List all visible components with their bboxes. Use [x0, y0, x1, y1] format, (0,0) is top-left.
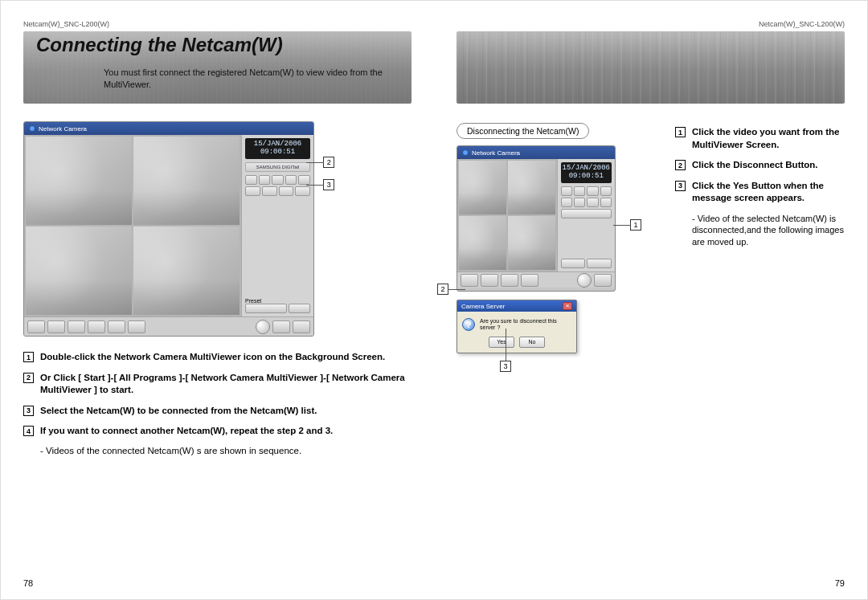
lcd-time: 09:00:51: [247, 149, 309, 157]
ptz-button[interactable]: [574, 186, 585, 196]
ptz-button[interactable]: [245, 186, 260, 196]
page-title: Connecting the Netcam(W): [36, 34, 283, 56]
dialog-buttons: Yes No: [457, 335, 576, 353]
video-cell[interactable]: [133, 137, 240, 225]
toolbar-button[interactable]: [594, 274, 612, 287]
step-row: 1 Double-click the Network Camera MultiV…: [23, 351, 411, 364]
bottom-toolbar: [24, 316, 313, 336]
figure-connecting-wrap: Network Camera 15/JAN/2006 09:00:51: [23, 121, 411, 337]
video-cell[interactable]: [26, 137, 132, 225]
lcd-display: 15/JAN/2006 09:00:51: [245, 138, 310, 159]
ptz-button[interactable]: [295, 186, 310, 196]
toolbar-button[interactable]: [481, 274, 498, 287]
callout-2: 2: [437, 284, 448, 295]
window-title: Network Camera: [472, 149, 520, 157]
dialog-body: ? Are you sure to disconnect this server…: [457, 312, 576, 335]
ptz-button[interactable]: [272, 175, 284, 185]
page-number-left: 78: [23, 578, 33, 588]
toolbar-button[interactable]: [47, 320, 65, 333]
panel-button[interactable]: [561, 259, 586, 268]
callout-3: 3: [323, 179, 334, 190]
figures-column: Disconnecting the Netcam(W) Network Came…: [457, 123, 665, 353]
window-titlebar: Network Camera: [24, 122, 313, 135]
multiviewer-work-area: 15/JAN/2006 09:00:51: [457, 159, 615, 271]
ptz-button[interactable]: [561, 209, 612, 218]
video-cell[interactable]: [26, 227, 132, 315]
ptz-button[interactable]: [600, 198, 612, 207]
multiviewer-screenshot-a: Network Camera 15/JAN/2006 09:00:51: [23, 121, 314, 337]
callout-2: 2: [323, 157, 334, 168]
toolbar-button[interactable]: [501, 274, 518, 287]
video-cell[interactable]: [459, 216, 506, 270]
ptz-button[interactable]: [600, 186, 612, 196]
preset-input[interactable]: [245, 304, 287, 313]
close-icon[interactable]: ×: [563, 302, 572, 310]
toolbar-button[interactable]: [521, 274, 538, 287]
ptz-controls: [561, 186, 612, 218]
side-panel: 15/JAN/2006 09:00:51: [557, 159, 615, 271]
page-left: Netcam(W)_SNC-L200(W) Connecting the Net…: [1, 1, 434, 600]
step-text: Click the Disconnect Button.: [692, 159, 818, 172]
window-titlebar: Network Camera: [457, 146, 615, 159]
video-cell[interactable]: [133, 227, 240, 315]
ptz-button[interactable]: [259, 175, 271, 185]
step-number: 2: [675, 160, 686, 170]
ptz-button[interactable]: [279, 186, 294, 196]
toolbar-button[interactable]: [88, 320, 105, 333]
step-row: 2 Click the Disconnect Button.: [675, 159, 845, 172]
record-button[interactable]: [577, 273, 592, 288]
ptz-button[interactable]: [587, 186, 598, 196]
page-number-right: 79: [835, 578, 845, 588]
note-connecting: - Videos of the connected Netcam(W) s ar…: [40, 446, 411, 455]
toolbar-button[interactable]: [461, 274, 478, 287]
step-text: Or Click [ Start ]-[ All Programs ]-[ Ne…: [40, 372, 411, 397]
ptz-button[interactable]: [574, 198, 585, 207]
toolbar-button[interactable]: [27, 320, 45, 333]
preset-label: Preset: [245, 298, 310, 304]
dialog-message: Are you sure to disconnect this server ?: [480, 318, 571, 332]
toolbar-button[interactable]: [128, 320, 145, 333]
record-button[interactable]: [256, 320, 270, 334]
step-number: 2: [23, 373, 34, 383]
step-number: 4: [23, 426, 34, 436]
ptz-button[interactable]: [561, 198, 572, 207]
toolbar-button[interactable]: [293, 320, 310, 333]
ptz-button[interactable]: [587, 198, 598, 207]
header-right: Netcam(W)_SNC-L200(W): [759, 20, 845, 28]
step-text: Click the Yes Button when the message sc…: [692, 180, 845, 205]
banner-strip: [457, 31, 845, 104]
ptz-button[interactable]: [298, 175, 310, 185]
lcd-display: 15/JAN/2006 09:00:51: [561, 162, 612, 183]
lcd-time: 09:00:51: [563, 173, 610, 181]
step-row: 3 Click the Yes Button when the message …: [675, 180, 845, 205]
toolbar-button[interactable]: [68, 320, 85, 333]
multiviewer-screenshot-b: Network Camera 15/JAN/2006 09:00: [457, 145, 616, 292]
side-panel: 15/JAN/2006 09:00:51 SAMSUNG DIGITall Pr…: [241, 135, 313, 316]
no-button[interactable]: No: [519, 337, 545, 348]
dialog-titlebar: Camera Server ×: [457, 300, 576, 312]
app-icon: [29, 125, 35, 132]
step-row: 4 If you want to connect another Netcam(…: [23, 425, 411, 438]
video-cell[interactable]: [508, 161, 555, 214]
toolbar-button[interactable]: [108, 320, 125, 333]
app-icon: [462, 149, 469, 156]
ptz-button[interactable]: [285, 175, 297, 185]
ptz-button[interactable]: [245, 175, 257, 185]
leader-line: [506, 329, 506, 361]
step-number: 3: [23, 406, 34, 416]
panel-button[interactable]: [587, 259, 612, 268]
preset-go-button[interactable]: [289, 304, 310, 313]
step-text: If you want to connect another Netcam(W)…: [40, 425, 333, 438]
step-number: 1: [23, 352, 34, 362]
video-cell[interactable]: [459, 161, 506, 214]
toolbar-button[interactable]: [272, 320, 290, 333]
video-cell[interactable]: [508, 216, 555, 270]
video-grid: [457, 159, 557, 271]
brand-badge: SAMSUNG DIGITall: [245, 162, 310, 172]
ptz-button[interactable]: [561, 186, 572, 196]
yes-button[interactable]: Yes: [489, 337, 514, 348]
right-body: Disconnecting the Netcam(W) Network Came…: [457, 123, 845, 353]
ptz-button[interactable]: [262, 186, 277, 196]
dialog-title-text: Camera Server: [461, 303, 505, 310]
preset-section: Preset: [245, 298, 310, 313]
